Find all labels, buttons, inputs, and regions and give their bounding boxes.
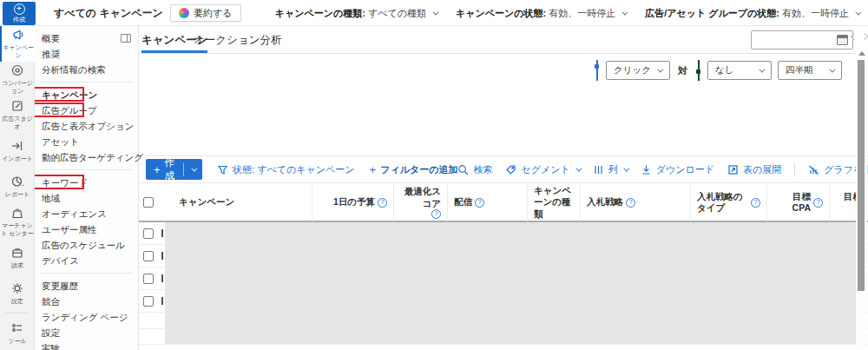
summarize-button[interactable]: 要約する — [170, 4, 241, 22]
sidebar-item-assets[interactable]: アセット — [35, 134, 138, 149]
search-button[interactable]: 検索 — [457, 163, 492, 176]
sidebar-divider — [40, 82, 133, 83]
tab-label: オークション分析 — [194, 33, 281, 48]
megaphone-icon — [11, 28, 25, 44]
rail-item-reports[interactable]: レポート — [0, 168, 35, 204]
help-icon[interactable] — [626, 198, 635, 208]
row-checkbox[interactable] — [143, 251, 154, 261]
download-button[interactable]: ダウンロード — [641, 163, 714, 176]
create-dropdown-arrow[interactable] — [184, 168, 202, 172]
conversion-icon — [10, 63, 24, 80]
column-header-optimization-score[interactable]: 最適化スコア — [393, 183, 447, 221]
help-icon[interactable] — [751, 198, 760, 208]
add-filter-button[interactable]: フィルターの追加 — [370, 163, 458, 176]
sidebar-item-campaigns[interactable]: キャンペーン — [35, 87, 138, 102]
granularity-select[interactable]: 四半期 — [778, 61, 842, 80]
help-icon[interactable] — [431, 209, 441, 219]
sidebar-item-change-history[interactable]: 変更履歴 — [35, 278, 138, 294]
search-icon — [457, 164, 469, 175]
select-all-checkbox[interactable] — [143, 197, 154, 208]
scrollbar-thumb[interactable] — [858, 60, 865, 291]
chevron-left-icon[interactable] — [851, 33, 858, 40]
sidebar-item-audiences[interactable]: オーディエンス — [35, 206, 138, 221]
filter-value: 有効、一時停止 — [549, 7, 615, 20]
top-bar: + 作成 すべての キャンペーン 要約する キャンペーンの種類: すべての種類 … — [0, 0, 868, 26]
sidebar-item-recommendations[interactable]: 推奨 — [35, 46, 138, 62]
account-selector[interactable]: すべての キャンペーン — [54, 0, 177, 26]
sidebar-item-ad-groups[interactable]: 広告グループ — [35, 102, 138, 118]
columns-button[interactable]: 列 — [593, 163, 628, 176]
scroll-up-arrow-icon[interactable] — [858, 51, 865, 56]
sidebar-item-label: 推奨 — [42, 46, 60, 62]
chevron-down-icon — [622, 9, 628, 15]
rail-item-import[interactable]: インポート — [0, 133, 35, 168]
sidebar-item-ad-schedule[interactable]: 広告のスケジュール — [35, 237, 138, 253]
chevron-down-icon — [829, 66, 835, 72]
row-checkbox[interactable] — [143, 228, 154, 239]
sidebar-item-locations[interactable]: 地域 — [35, 190, 138, 206]
help-icon[interactable] — [378, 198, 387, 208]
rail-item-billing[interactable]: 請求 — [0, 240, 35, 275]
sidebar-item-label: キャンペーン — [42, 87, 97, 102]
rail-item-campaigns[interactable]: キャンペーン — [0, 26, 35, 62]
campaign-status-filter[interactable]: キャンペーンの状態: 有効、一時停止 — [456, 7, 626, 20]
copilot-icon — [179, 8, 189, 18]
primary-metric-select[interactable]: クリック — [606, 61, 670, 80]
sidebar-item-label: アセット — [42, 134, 79, 149]
rail-item-conversions[interactable]: コンバージョン — [0, 62, 35, 97]
sidebar-item-dynamic-ad-targeting[interactable]: 動的広告ターゲティング — [35, 149, 138, 165]
rail-item-merchant-center[interactable]: マーチャント センター — [0, 204, 35, 240]
row-checkbox[interactable] — [143, 274, 154, 284]
sidebar-divider — [40, 273, 133, 274]
select-value: 四半期 — [786, 64, 813, 76]
rail-item-tools[interactable]: ツール — [0, 315, 35, 350]
columns-label: 列 — [608, 163, 618, 176]
vertical-scrollbar[interactable] — [856, 49, 867, 350]
column-header-daily-budget[interactable]: 1日の予算 — [312, 183, 393, 221]
sidebar-item-label: 広告のスケジュール — [42, 237, 125, 253]
filter-icon — [217, 164, 228, 175]
merchant-center-icon — [10, 206, 24, 222]
sidebar-item-demographics[interactable]: ユーザー属性 — [35, 221, 138, 237]
collapse-pane-icon[interactable] — [121, 34, 131, 43]
sidebar-item-devices[interactable]: デバイス — [35, 253, 138, 268]
row-checkbox[interactable] — [143, 296, 154, 307]
column-header-bid-strategy-type[interactable]: 入札戦略のタイプ — [690, 183, 766, 221]
rail-item-label: インポート — [2, 155, 33, 163]
sidebar-item-keywords[interactable]: キーワード — [35, 175, 138, 190]
sidebar-item-landing-pages[interactable]: ランディング ページ — [35, 309, 138, 325]
sidebar-item-ads-extensions[interactable]: 広告と表示オプション — [35, 118, 138, 134]
sidebar-item-settings[interactable]: 設定 — [35, 325, 138, 340]
ad-studio-icon — [10, 99, 24, 116]
chevron-right-icon[interactable] — [861, 33, 868, 40]
campaign-type-filter[interactable]: キャンペーンの種類: すべての種類 — [275, 7, 437, 20]
sidebar-item-label: 広告グループ — [42, 102, 97, 118]
date-range-input[interactable] — [751, 30, 853, 50]
sidebar-item-experiments[interactable]: 実験 — [35, 340, 138, 350]
adgroup-status-filter[interactable]: 広告/アセット グループの状態: 有効、一時停止 — [645, 7, 859, 20]
rail-item-ad-studio[interactable]: 広告スタジオ — [0, 97, 35, 133]
create-split-button[interactable]: 作成 — [146, 159, 202, 180]
primary-series-slider-icon — [594, 60, 600, 81]
secondary-metric-select[interactable]: なし — [707, 61, 772, 80]
help-icon[interactable] — [475, 198, 484, 208]
segment-button[interactable]: セグメント — [505, 163, 579, 176]
column-header-campaign[interactable]: キャンペーン — [165, 183, 312, 221]
status-filter-chip[interactable]: 状態: すべてのキャンペーン — [217, 163, 354, 176]
sidebar-item-overview[interactable]: 概要 — [35, 30, 138, 46]
rail-item-label: レポート — [5, 191, 30, 199]
column-header-delivery[interactable]: 配信 — [447, 183, 527, 221]
search-label: 検索 — [473, 163, 492, 176]
create-button[interactable]: + 作成 — [3, 2, 36, 25]
sidebar-item-insights-search[interactable]: 分析情報の検索 — [35, 62, 138, 77]
icon-rail: キャンペーン コンバージョン 広告スタジオ インポート レポート マーチャント … — [0, 26, 35, 350]
column-header-target-cpa[interactable]: 目標 CPA — [766, 183, 829, 221]
rail-item-label: キャンペーン — [3, 44, 34, 60]
sidebar-item-competition[interactable]: 競合 — [35, 294, 138, 309]
help-icon[interactable] — [813, 198, 823, 208]
column-header-campaign-type[interactable]: キャンペーンの種類 — [527, 183, 580, 221]
column-header-bid-strategy[interactable]: 入札戦略 — [580, 183, 690, 221]
expand-table-button[interactable]: 表の展開 — [727, 163, 781, 176]
rail-item-settings[interactable]: 設定 — [0, 275, 35, 311]
tab-auction-insights[interactable]: オークション分析 — [194, 26, 281, 53]
